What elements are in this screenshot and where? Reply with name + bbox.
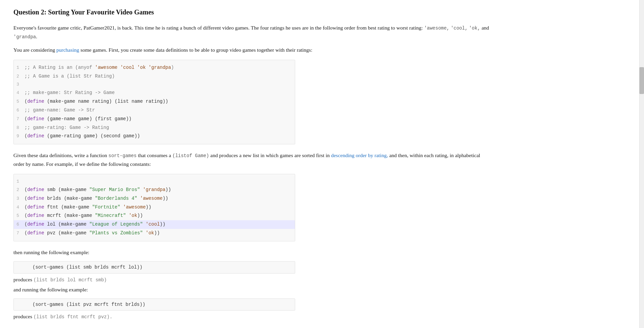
code-content-1-2: ;; A Game is a (list Str Rating): [24, 73, 115, 81]
rating-awesome: 'awesome,: [424, 26, 449, 31]
plain-3: (game-rating game) (second game)): [44, 133, 140, 139]
example1-code: (sort-games (list smb brlds mcrft lol)): [33, 264, 143, 271]
rating-ok: 'ok,: [469, 26, 480, 31]
code-line-1-5: 5 (define (make-game name rating) (list …: [14, 97, 295, 106]
line-num-2-2: 2: [14, 186, 24, 194]
para3-listof: (listof Game): [172, 153, 209, 158]
code-line-1-7: 7 (define (game-name game) (first game)): [14, 115, 295, 124]
comment-1: ;; A Rating is an (anyof: [24, 65, 95, 70]
line-num-1-7: 7: [14, 115, 24, 123]
code-content-1-7: (define (game-name game) (first game)): [24, 115, 131, 123]
comment-1-close: ): [171, 65, 174, 70]
plain-1: (make-game name rating) (list name ratin…: [44, 99, 168, 104]
rating-grandpa: 'grandpa: [13, 34, 36, 40]
code-line-2-4: 4 (define ftnt (make-game "Fortnite" 'aw…: [14, 203, 295, 212]
line-num-2-4: 4: [14, 204, 24, 211]
produces2-label: produces: [13, 314, 32, 319]
produces2-result: (list brlds ftnt mcrft pvz).: [34, 314, 112, 320]
code-content-1-4: ;; make-game: Str Rating -> Game: [24, 89, 115, 97]
para3-descending: descending order by rating,: [331, 152, 388, 158]
para3-middle2: and produces a new list in which games a…: [209, 152, 331, 158]
line-num-2-7: 7: [14, 230, 24, 237]
para2-middle: some games. First, you create some data …: [79, 47, 312, 53]
code-block-1: 1 ;; A Rating is an (anyof 'awesome 'coo…: [13, 60, 295, 144]
produces1-result: (list brlds lol mcrft smb): [34, 277, 107, 283]
code-content-2-5: (define mcrft (make-game "Minecraft" 'ok…: [24, 212, 143, 220]
line-num-1-8: 8: [14, 124, 24, 132]
code-line-1-8: 8 ;; game-rating: Game -> Rating: [14, 124, 295, 132]
line-num-2-1: 1: [14, 178, 24, 185]
para3-middle1: that consumes a: [137, 152, 172, 158]
produces1-line: produces (list brlds lol mcrft smb): [13, 276, 490, 284]
code-content-1-9: (define (game-rating game) (second game)…: [24, 132, 140, 140]
code-line-2-6: 6 (define lol (make-game "League of Lege…: [14, 220, 295, 229]
code-content-1-8: ;; game-rating: Game -> Rating: [24, 124, 109, 132]
kw-define-1: define: [27, 99, 44, 104]
code-line-2-2: 2 (define smb (make-game "Super Mario Br…: [14, 186, 295, 194]
produces1-label: produces: [13, 277, 32, 282]
para2-purchasing: purchasing: [56, 47, 79, 53]
para2-prefix: You are considering: [13, 47, 56, 53]
kw-define-3: define: [27, 133, 44, 139]
line-num-1-3: 3: [14, 81, 24, 88]
example2-code: (sort-games (list pvz mcrft ftnt brlds)): [33, 301, 145, 308]
example2-block: (sort-games (list pvz mcrft ftnt brlds)): [13, 298, 295, 311]
line-num-1-9: 9: [14, 133, 24, 140]
code-content-2-3: (define brlds (make-game "Borderlands 4"…: [24, 195, 168, 203]
line-num-1-6: 6: [14, 107, 24, 114]
para2: You are considering purchasing some game…: [13, 46, 490, 54]
line-num-1-4: 4: [14, 89, 24, 97]
rating-cool: 'cool,: [451, 26, 468, 31]
question-title: Question 2: Sorting Your Favourite Video…: [13, 7, 490, 17]
code-content-2-6: (define lol (make-game "League of Legend…: [24, 221, 165, 229]
line-num-1-5: 5: [14, 98, 24, 105]
code-line-2-3: 3 (define brlds (make-game "Borderlands …: [14, 194, 295, 203]
code-content-2-2: (define smb (make-game "Super Mario Bros…: [24, 186, 171, 194]
code-line-2-1: 1: [14, 178, 295, 186]
para3-fn: sort-games: [108, 153, 137, 158]
kw-define-2: define: [27, 116, 44, 122]
ratings-suffix: .: [36, 34, 37, 39]
line-num-1-1: 1: [14, 64, 24, 72]
code-line-1-1: 1 ;; A Rating is an (anyof 'awesome 'coo…: [14, 63, 295, 72]
code-block-2: 1 2 (define smb (make-game "Super Mario …: [13, 174, 295, 241]
code-line-1-6: 6 ;; game-name: Game -> Str: [14, 106, 295, 115]
code-line-1-3: 3: [14, 81, 295, 89]
line-num-2-6: 6: [14, 221, 24, 228]
para3: Given these data definitions, write a fu…: [13, 151, 490, 169]
example1-block: (sort-games (list smb brlds mcrft lol)): [13, 261, 295, 273]
sym-cool: 'cool: [120, 65, 137, 70]
line-num-1-2: 2: [14, 73, 24, 80]
line-num-2-5: 5: [14, 212, 24, 220]
produces2-line: produces (list brlds ftnt mcrft pvz).: [13, 313, 490, 321]
then-running-text: then running the following example:: [13, 248, 490, 257]
intro-text: Everyone's favourite game critic, PatGam…: [13, 25, 424, 31]
code-line-2-7: 7 (define pvz (make-game "Plants vs Zomb…: [14, 229, 295, 238]
sym-grandpa: 'grandpa: [149, 65, 171, 70]
code-content-2-7: (define pvz (make-game "Plants vs Zombie…: [24, 229, 160, 237]
sym-awesome: 'awesome: [95, 65, 120, 70]
code-content-1-1: ;; A Rating is an (anyof 'awesome 'cool …: [24, 64, 174, 72]
and-running-text: and running the following example:: [13, 285, 490, 294]
code-line-2-5: 5 (define mcrft (make-game "Minecraft" '…: [14, 212, 295, 220]
code-content-1-6: ;; game-name: Game -> Str: [24, 106, 95, 114]
para3-prefix: Given these data definitions, write a fu…: [13, 152, 108, 158]
code-content-1-5: (define (make-game name rating) (list na…: [24, 98, 168, 106]
code-line-1-9: 9 (define (game-rating game) (second gam…: [14, 132, 295, 141]
sym-ok: 'ok: [137, 65, 149, 70]
code-line-1-4: 4 ;; make-game: Str Rating -> Game: [14, 89, 295, 97]
code-line-1-2: 2 ;; A Game is a (list Str Rating): [14, 72, 295, 81]
code-content-2-4: (define ftnt (make-game "Fortnite" 'awes…: [24, 203, 151, 212]
plain-2: (game-name game) (first game)): [44, 116, 131, 122]
example2-indent: [19, 301, 33, 308]
line-num-2-3: 3: [14, 195, 24, 202]
intro-paragraph: Everyone's favourite game critic, PatGam…: [13, 24, 490, 41]
example1-indent: [19, 264, 33, 271]
